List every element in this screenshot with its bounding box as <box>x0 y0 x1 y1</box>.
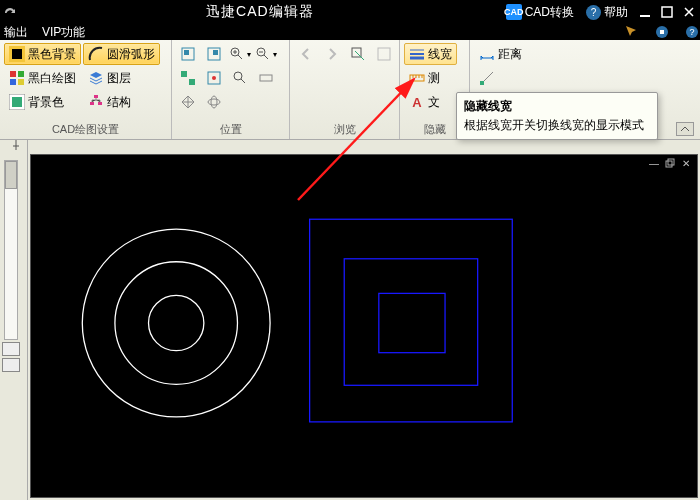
help-label: 帮助 <box>604 4 628 21</box>
line-width-button[interactable]: 线宽 <box>404 43 457 65</box>
layers-label: 图层 <box>107 70 131 87</box>
svg-point-27 <box>234 72 242 80</box>
panel-browse-label: 浏览 <box>290 121 399 139</box>
structure-icon <box>88 94 104 110</box>
svg-rect-8 <box>10 71 16 77</box>
rail-up-button[interactable] <box>2 342 20 356</box>
svg-rect-41 <box>344 259 477 386</box>
minimize-button[interactable] <box>634 3 656 21</box>
rail-down-button[interactable] <box>2 358 20 372</box>
black-bg-icon <box>9 46 25 62</box>
bg-color-button[interactable]: 背景色 <box>4 91 81 113</box>
tooltip-title: 隐藏线宽 <box>464 98 650 115</box>
svg-rect-13 <box>12 97 22 107</box>
pan-button[interactable] <box>176 91 200 113</box>
pos-btn-2[interactable] <box>202 43 226 65</box>
bw-drawing-label: 黑白绘图 <box>28 70 76 87</box>
layers-icon <box>88 70 104 86</box>
cad-convert-button[interactable]: CAD CAD转换 <box>500 2 580 23</box>
browse-btn-4[interactable] <box>372 43 396 65</box>
line-width-icon <box>409 46 425 62</box>
tool-icon-2[interactable] <box>654 24 670 40</box>
app-title: 迅捷CAD编辑器 <box>20 3 500 21</box>
svg-rect-0 <box>640 15 650 17</box>
distance-button[interactable]: 距离 <box>474 43 527 65</box>
ruler-icon <box>409 70 425 86</box>
nav-back-button[interactable] <box>294 43 318 65</box>
drawing-canvas[interactable]: — ✕ <box>30 154 698 498</box>
browse-btn-3[interactable] <box>346 43 370 65</box>
svg-rect-1 <box>662 7 672 17</box>
zoom-in-button[interactable]: ▾ <box>228 43 252 65</box>
panel-cad-settings: 黑色背景 黑白绘图 背景色 圆滑弧形 图层 <box>0 40 172 139</box>
palette-icon <box>9 70 25 86</box>
svg-rect-15 <box>90 102 94 105</box>
canvas-min-button[interactable]: — <box>647 157 661 169</box>
tooltip-body: 根据线宽开关切换线宽的显示模式 <box>464 117 650 134</box>
tooltip: 隐藏线宽 根据线宽开关切换线宽的显示模式 <box>456 92 658 140</box>
cad-icon: CAD <box>506 4 522 20</box>
svg-rect-36 <box>668 159 674 165</box>
side-scrollbar[interactable] <box>4 160 18 340</box>
svg-rect-11 <box>18 79 24 85</box>
layers-button[interactable]: 图层 <box>83 67 160 89</box>
distance-label: 距离 <box>498 46 522 63</box>
measure-toggle-label: 测 <box>428 70 440 87</box>
arc-icon <box>88 46 104 62</box>
structure-button[interactable]: 结构 <box>83 91 160 113</box>
svg-rect-7 <box>12 49 22 59</box>
svg-rect-40 <box>310 219 513 422</box>
menu-vip[interactable]: VIP功能 <box>42 24 85 41</box>
maximize-button[interactable] <box>656 3 678 21</box>
collapse-ribbon-button[interactable] <box>676 122 694 136</box>
zoom-out-button[interactable]: ▾ <box>254 43 278 65</box>
text-label: 文 <box>428 94 440 111</box>
panel-position: ▾ ▾ 位置 <box>172 40 290 139</box>
svg-point-37 <box>82 229 270 417</box>
svg-text:?: ? <box>689 27 694 37</box>
pos-btn-10[interactable] <box>202 91 226 113</box>
tool-icon-1[interactable] <box>624 24 640 40</box>
viewport-wrap: — ✕ <box>0 140 700 500</box>
nav-fwd-button[interactable] <box>320 43 344 65</box>
measure-icon-2 <box>479 70 495 86</box>
pin-icon[interactable] <box>0 140 27 156</box>
titlebar: 迅捷CAD编辑器 CAD CAD转换 ? 帮助 <box>0 0 700 24</box>
black-bg-button[interactable]: 黑色背景 <box>4 43 81 65</box>
structure-label: 结构 <box>107 94 131 111</box>
pos-btn-1[interactable] <box>176 43 200 65</box>
cad-convert-label: CAD转换 <box>525 4 574 21</box>
svg-rect-34 <box>480 81 484 85</box>
drawing-svg <box>31 155 697 497</box>
svg-rect-14 <box>94 95 98 98</box>
help-button[interactable]: ? 帮助 <box>580 2 634 23</box>
canvas-close-button[interactable]: ✕ <box>679 157 693 169</box>
bg-color-label: 背景色 <box>28 94 64 111</box>
text-button[interactable]: A 文 <box>404 91 457 113</box>
menu-output[interactable]: 输出 <box>4 24 28 41</box>
svg-rect-20 <box>213 50 218 55</box>
redo-icon[interactable] <box>0 2 20 22</box>
pos-btn-5[interactable] <box>176 67 200 89</box>
svg-point-38 <box>115 262 238 385</box>
pos-btn-6[interactable] <box>202 67 226 89</box>
svg-point-39 <box>149 295 204 350</box>
smooth-arc-button[interactable]: 圆滑弧形 <box>83 43 160 65</box>
measure-toggle-button[interactable]: 测 <box>404 67 457 89</box>
measure-btn-2[interactable] <box>474 67 527 89</box>
panel-cad-settings-label: CAD绘图设置 <box>0 121 171 139</box>
tool-icon-3[interactable]: ? <box>684 24 700 40</box>
zoom-fit-button[interactable] <box>228 67 252 89</box>
distance-icon <box>479 46 495 62</box>
bw-drawing-button[interactable]: 黑白绘图 <box>4 67 81 89</box>
close-button[interactable] <box>678 3 700 21</box>
svg-rect-32 <box>378 48 390 60</box>
help-icon: ? <box>586 5 601 20</box>
canvas-restore-button[interactable] <box>663 157 677 169</box>
svg-rect-28 <box>260 75 272 81</box>
pos-btn-8[interactable] <box>254 67 278 89</box>
svg-rect-9 <box>18 71 24 77</box>
svg-rect-35 <box>666 161 672 167</box>
svg-point-26 <box>212 76 216 80</box>
scrollbar-thumb[interactable] <box>5 161 17 189</box>
